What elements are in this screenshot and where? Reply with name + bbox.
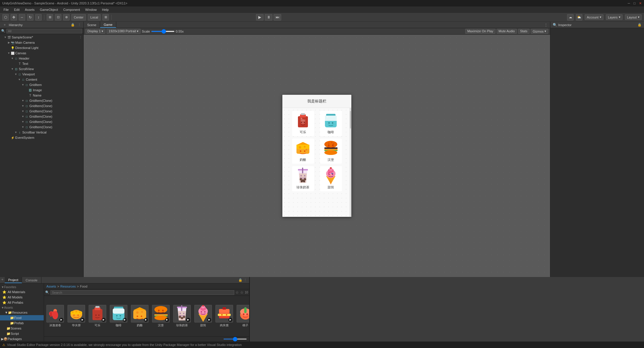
stats-btn[interactable]: Stats	[518, 29, 530, 34]
project-add-btn[interactable]: +	[0, 277, 5, 282]
asset-item-0[interactable]: ▶ 冰激凌卷	[46, 305, 64, 327]
tree-item-canvas[interactable]: ▼ ⬜ Canvas	[0, 50, 83, 56]
tree-item-scrollview[interactable]: ▼ ⊡ ScrollView	[0, 66, 83, 72]
pause-button[interactable]: ⏸	[265, 14, 272, 21]
assets-more-icon[interactable]: ☆	[240, 290, 244, 295]
extra-btn-3[interactable]: ⊕	[63, 14, 70, 21]
assets-search-input[interactable]	[50, 290, 234, 295]
asset-item-7[interactable]: ▶ 甜筒	[194, 305, 212, 327]
menu-component[interactable]: Component	[61, 7, 82, 12]
asset-play-5[interactable]: ▶	[165, 318, 169, 322]
minimize-btn[interactable]: ─	[628, 1, 630, 5]
asset-play-3[interactable]: ▶	[123, 318, 127, 322]
breadcrumb-resources[interactable]: Resources	[60, 285, 76, 288]
asset-play-0[interactable]: ▶	[59, 318, 63, 322]
asset-play-2[interactable]: ▶	[102, 318, 106, 322]
tree-item-griditem-clone-1[interactable]: ▼ □ GridItem(Clone)	[0, 103, 83, 109]
project-item-script[interactable]: 📁 Script	[0, 331, 44, 336]
layers-dropdown[interactable]: Layers ▾	[606, 14, 623, 20]
tree-item-name[interactable]: T Name	[0, 93, 83, 98]
hierarchy-search-input[interactable]	[6, 29, 82, 33]
tree-item-eventsystem[interactable]: ⚡ EventSystem	[0, 135, 83, 140]
project-item-resources[interactable]: ▼ 📁 Resources	[0, 310, 44, 315]
hierarchy-lock[interactable]: 🔒	[71, 23, 75, 27]
tree-item-text[interactable]: T Text	[0, 61, 83, 66]
local-toggle[interactable]: Local	[88, 14, 101, 21]
asset-item-2[interactable]: ▶ 可乐	[89, 305, 106, 327]
menu-file[interactable]: File	[1, 7, 11, 12]
account-dropdown[interactable]: Account ▾	[585, 14, 603, 20]
display-btn[interactable]: Display 1 ▾	[85, 29, 105, 34]
project-item-prefab[interactable]: 📁 Prefab	[0, 320, 44, 326]
tree-item-griditem[interactable]: ▼ □ GridItem	[0, 82, 83, 87]
menu-edit[interactable]: Edit	[12, 7, 22, 12]
hierarchy-add-btn[interactable]: +	[2, 23, 7, 27]
tree-item-griditem-clone-5[interactable]: ▼ □ GridItem(Clone)	[0, 124, 83, 130]
menu-gameobject[interactable]: GameObject	[38, 7, 60, 12]
tab-project[interactable]: Project	[5, 277, 22, 283]
game-scrollbar-thumb[interactable]	[350, 111, 351, 129]
tree-item-griditem-clone-3[interactable]: ▼ □ GridItem(Clone)	[0, 114, 83, 119]
asset-play-8[interactable]: ▶	[228, 318, 232, 322]
asset-item-6[interactable]: ▶ 珍珠奶茶	[173, 305, 191, 327]
asset-play-4[interactable]: ▶	[144, 318, 148, 322]
tree-item-image[interactable]: 🖼 Image	[0, 87, 83, 93]
scale-slider[interactable]	[151, 31, 175, 32]
view-more-icon[interactable]: ⋮	[544, 23, 548, 27]
transform-btn-0[interactable]: ⬡	[2, 14, 9, 21]
project-item-food[interactable]: 📁 Food	[0, 315, 44, 320]
project-more[interactable]: ⋮	[244, 278, 247, 282]
menu-window[interactable]: Window	[83, 7, 99, 12]
center-toggle[interactable]: Center	[71, 14, 86, 21]
maximize-play-btn[interactable]: Maximize On Play	[465, 29, 495, 34]
assets-size-slider[interactable]	[223, 339, 247, 339]
layout-dropdown[interactable]: Layout ▾	[625, 14, 642, 20]
asset-play-7[interactable]: ▶	[207, 318, 211, 322]
menu-assets[interactable]: Assets	[23, 7, 37, 12]
extra-btn-1[interactable]: ⊞	[47, 14, 53, 21]
transform-btn-4[interactable]: ↕	[35, 14, 42, 21]
breadcrumb-assets[interactable]: Assets	[46, 285, 56, 288]
transform-btn-1[interactable]: ✥	[11, 14, 17, 21]
tree-item-griditem-clone-4[interactable]: ▼ □ GridItem(Clone)	[0, 119, 83, 124]
maximize-btn[interactable]: □	[633, 1, 635, 5]
tree-item-griditem-clone-0[interactable]: ▼ □ GridItem(Clone)	[0, 98, 83, 103]
asset-play-1[interactable]: ▶	[80, 318, 85, 322]
tree-item-content[interactable]: ▼ □ Content	[0, 77, 83, 82]
assets-filter-icon[interactable]: ☆	[235, 290, 239, 295]
inspector-lock[interactable]: 🔒	[638, 23, 642, 27]
asset-play-6[interactable]: ▶	[186, 318, 190, 322]
tree-item-scrollbar[interactable]: ▼ ↕ Scrollbar Vertical	[0, 130, 83, 135]
play-button[interactable]: ▶	[256, 14, 264, 21]
asset-item-4[interactable]: ▶ 奶酪	[131, 305, 149, 327]
resolution-btn[interactable]: 1920x1080 Portrait ▾	[107, 29, 141, 34]
tree-item-header[interactable]: ▼ □ Header	[0, 56, 83, 61]
mute-audio-btn[interactable]: Mute Audio	[497, 29, 517, 34]
gizmos-btn[interactable]: Gizmos ▾	[531, 29, 548, 34]
tree-item-griditem-clone-2[interactable]: ▼ □ GridItem(Clone)	[0, 109, 83, 114]
hierarchy-more[interactable]: ⋮	[78, 23, 81, 27]
extra-btn-2[interactable]: ⊡	[55, 14, 61, 21]
step-button[interactable]: ⏭	[274, 14, 281, 21]
asset-item-9[interactable]: ▶ 桃子	[237, 305, 249, 327]
asset-item-5[interactable]: ▶ 汉堡	[152, 305, 170, 327]
asset-item-8[interactable]: ▶ 肉夹馍	[215, 305, 233, 327]
project-lock[interactable]: 🔒	[238, 278, 242, 282]
tree-item-directionallight[interactable]: 💡 Directional Light	[0, 45, 83, 50]
transform-btn-2[interactable]: ↔	[19, 14, 25, 21]
asset-item-1[interactable]: ▶ 华夫饼	[68, 305, 85, 327]
tab-console[interactable]: Console	[22, 277, 41, 283]
game-tab[interactable]: Game	[100, 22, 116, 28]
project-item-packages[interactable]: ▶ 📦 Packages	[0, 336, 44, 342]
tree-item-maincamera[interactable]: ▶ 📷 Main Camera	[0, 40, 83, 45]
game-scrollbar[interactable]	[350, 108, 351, 217]
all-prefabs-item[interactable]: ⭐ All Prefabs	[0, 300, 44, 305]
tree-item-viewport[interactable]: ▼ □ Viewport	[0, 72, 83, 77]
collab-btn[interactable]: ☁	[567, 14, 574, 21]
tree-item-samplescene[interactable]: ▼ 🎬 SampleScene* ⋮	[0, 35, 83, 40]
all-models-item[interactable]: ⭐ All Models	[0, 295, 44, 300]
extra-btn-4[interactable]: ⊞	[102, 14, 109, 21]
scene-tab[interactable]: Scene	[84, 22, 100, 28]
menu-help[interactable]: Help	[100, 7, 111, 12]
cloud-btn[interactable]: ⛅	[576, 14, 582, 21]
